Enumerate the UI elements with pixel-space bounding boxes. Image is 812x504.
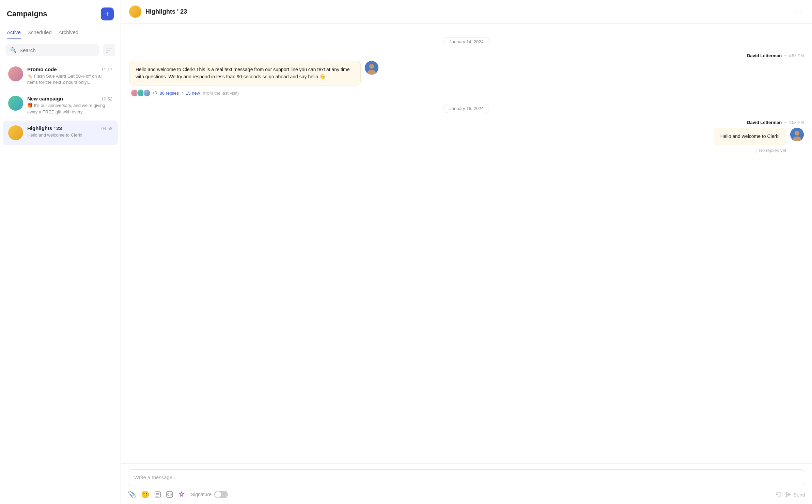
composer-toolbar: 📎 🙂 — [128, 490, 805, 499]
message-time-2: 4:58 PM — [788, 120, 804, 125]
avatar-image-2 — [790, 128, 804, 141]
replies-count-1[interactable]: 86 replies — [160, 91, 179, 96]
message-sender-1: David Letterman — [747, 53, 782, 58]
toggle-knob — [215, 491, 221, 498]
msg-right-content: Hello and welcome to Clerk! No replies y… — [714, 128, 786, 153]
campaign-name-promo: Promo code — [27, 66, 57, 72]
message-time-1: 4:58 PM — [788, 53, 804, 58]
sidebar-header: Campaigns + — [0, 0, 121, 26]
campaign-item-new[interactable]: New campaign 10:52 🎁 It's our anniversar… — [3, 91, 118, 120]
undo-button[interactable] — [775, 491, 782, 498]
tab-archived[interactable]: Archived — [59, 26, 78, 39]
message-text-2: Hello and welcome to Clerk! — [720, 133, 780, 139]
composer: Write a message... 📎 🙂 — [121, 463, 812, 504]
message-row-1: Hello and welcome to Clerk! This is a re… — [129, 61, 804, 85]
search-icon: 🔍 — [10, 47, 17, 53]
notes-icon — [154, 491, 161, 498]
more-options-button[interactable]: ··· — [792, 6, 804, 17]
search-row: 🔍 — [0, 39, 121, 61]
campaign-time-promo: 11:17 — [101, 67, 112, 72]
campaign-info-highlights: Highlights ' 23 04:58 Hello and welcome … — [27, 125, 112, 138]
user-avatar-msg-1 — [365, 61, 378, 75]
message-row-2: Hello and welcome to Clerk! No replies y… — [129, 128, 804, 153]
svg-point-7 — [795, 131, 799, 136]
campaign-name-new: New campaign — [27, 96, 63, 101]
campaign-info-new: New campaign 10:52 🎁 It's our anniversar… — [27, 96, 112, 115]
undo-icon — [775, 491, 782, 498]
signature-label: Signature — [191, 492, 212, 497]
header-avatar — [129, 5, 141, 18]
campaign-preview-promo: 🏷️ Flash Sale Alert! Get 50% off on all … — [27, 73, 112, 85]
emoji-button[interactable]: 🙂 — [141, 490, 150, 499]
campaign-item-highlights[interactable]: Highlights ' 23 04:58 Hello and welcome … — [3, 121, 118, 145]
message-input[interactable]: Write a message... — [128, 469, 805, 486]
date-badge-jan14: January 14, 2024 — [443, 37, 489, 46]
reply-avatar-1c — [143, 89, 151, 97]
svg-rect-1 — [106, 50, 110, 50]
svg-rect-0 — [106, 48, 112, 48]
message-group-2: David Letterman • 4:58 PM Hello and welc… — [121, 120, 812, 153]
code-icon — [166, 491, 173, 498]
filter-icon — [106, 48, 112, 52]
campaign-item-promo[interactable]: Promo code 11:17 🏷️ Flash Sale Alert! Ge… — [3, 62, 118, 90]
no-replies-text: No replies yet — [756, 148, 786, 153]
main-header: Highlights ' 23 ··· — [121, 0, 812, 23]
replies-row-1: +3 86 replies • 15 new (from the last vi… — [129, 89, 804, 97]
reply-avatars-1: +3 — [130, 89, 157, 97]
search-box[interactable]: 🔍 — [5, 44, 99, 56]
date-badge-jan16: January 16, 2024 — [443, 104, 489, 113]
meta-dot-2: • — [784, 120, 786, 125]
campaign-name-highlights: Highlights ' 23 — [27, 125, 62, 131]
ai-button[interactable] — [178, 491, 185, 498]
send-label: Send — [793, 492, 805, 498]
filter-button[interactable] — [103, 44, 115, 56]
main-panel: Highlights ' 23 ··· January 14, 2024 Dav… — [121, 0, 812, 504]
reply-count-extra: +3 — [152, 91, 157, 95]
tab-scheduled[interactable]: Scheduled — [28, 26, 52, 39]
tab-bar: Active Scheduled Archived — [0, 26, 121, 39]
campaign-avatar-highlights — [8, 125, 23, 140]
replies-since-1: (from the last visit) — [203, 91, 239, 96]
ai-icon — [178, 491, 185, 498]
svg-point-4 — [369, 64, 374, 69]
send-icon — [785, 491, 791, 498]
campaign-preview-highlights: Hello and welcome to Clerk! — [27, 132, 112, 138]
message-group-1: David Letterman • 4:58 PM Hello and welc… — [121, 53, 812, 97]
campaign-avatar-new — [8, 96, 23, 111]
svg-rect-2 — [106, 52, 108, 52]
code-button[interactable] — [166, 491, 173, 498]
campaign-list: Promo code 11:17 🏷️ Flash Sale Alert! Ge… — [0, 61, 121, 504]
date-divider-jan16: January 16, 2024 — [121, 104, 812, 113]
signature-area: Signature — [191, 491, 228, 498]
sidebar-title: Campaigns — [7, 10, 47, 18]
sidebar: Campaigns + Active Scheduled Archived 🔍 … — [0, 0, 121, 504]
messages-area: January 14, 2024 David Letterman • 4:58 … — [121, 23, 812, 463]
meta-dot-1: • — [784, 53, 786, 58]
campaign-info-promo: Promo code 11:17 🏷️ Flash Sale Alert! Ge… — [27, 66, 112, 85]
search-input[interactable] — [19, 47, 95, 53]
add-campaign-button[interactable]: + — [101, 7, 114, 20]
campaign-avatar-promo — [8, 66, 23, 81]
message-bubble-1: Hello and welcome to Clerk! This is a re… — [129, 61, 361, 85]
header-title: Highlights ' 23 — [145, 8, 187, 15]
composer-placeholder: Write a message... — [134, 474, 177, 480]
send-button[interactable]: Send — [785, 491, 805, 498]
campaign-preview-new: 🎁 It's our anniversary, and we're giving… — [27, 103, 112, 115]
message-text-1: Hello and welcome to Clerk! This is a re… — [136, 67, 349, 79]
message-sender-2: David Letterman — [747, 120, 782, 125]
user-avatar-msg-2 — [790, 128, 804, 141]
replies-dot-1: • — [182, 91, 183, 95]
replies-new-1[interactable]: 15 new — [186, 91, 200, 96]
send-area: Send — [775, 491, 805, 498]
campaign-time-highlights: 04:58 — [101, 126, 112, 131]
message-bubble-2: Hello and welcome to Clerk! — [714, 128, 786, 145]
campaign-time-new: 10:52 — [101, 96, 112, 101]
tab-active[interactable]: Active — [7, 26, 21, 39]
avatar-image-1 — [365, 61, 378, 75]
notes-button[interactable] — [154, 491, 161, 498]
date-divider-jan14: January 14, 2024 — [121, 37, 812, 46]
attachment-button[interactable]: 📎 — [128, 490, 136, 499]
signature-toggle[interactable] — [214, 491, 228, 498]
